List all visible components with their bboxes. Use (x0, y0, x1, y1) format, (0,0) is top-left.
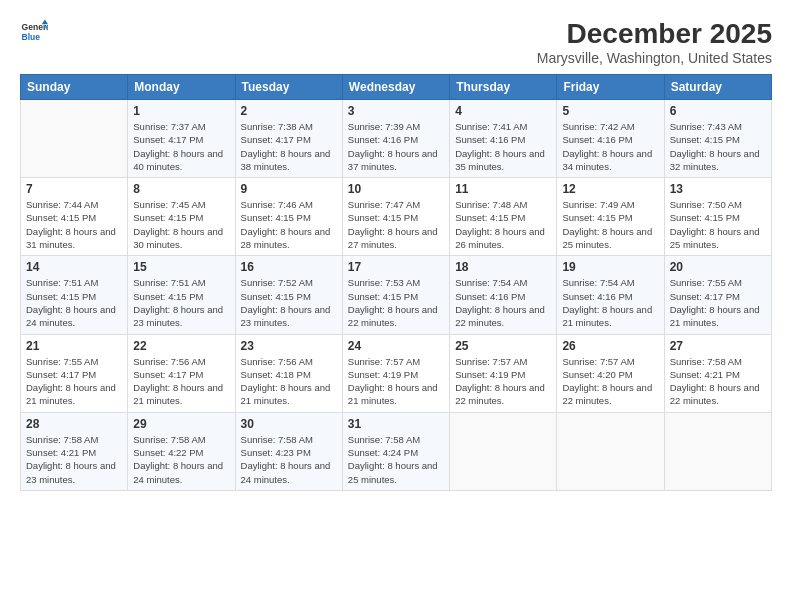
calendar-table: Sunday Monday Tuesday Wednesday Thursday… (20, 74, 772, 491)
logo-icon: General Blue (20, 18, 48, 46)
cell-w3-d3: 17Sunrise: 7:53 AMSunset: 4:15 PMDayligh… (342, 256, 449, 334)
col-thursday: Thursday (450, 75, 557, 100)
cell-w2-d4: 11Sunrise: 7:48 AMSunset: 4:15 PMDayligh… (450, 178, 557, 256)
day-number: 18 (455, 260, 551, 274)
day-info: Sunrise: 7:56 AMSunset: 4:18 PMDaylight:… (241, 355, 337, 408)
day-number: 20 (670, 260, 766, 274)
cell-w4-d5: 26Sunrise: 7:57 AMSunset: 4:20 PMDayligh… (557, 334, 664, 412)
day-info: Sunrise: 7:51 AMSunset: 4:15 PMDaylight:… (133, 276, 229, 329)
day-number: 7 (26, 182, 122, 196)
day-number: 26 (562, 339, 658, 353)
day-info: Sunrise: 7:54 AMSunset: 4:16 PMDaylight:… (562, 276, 658, 329)
day-info: Sunrise: 7:54 AMSunset: 4:16 PMDaylight:… (455, 276, 551, 329)
day-info: Sunrise: 7:45 AMSunset: 4:15 PMDaylight:… (133, 198, 229, 251)
cell-w5-d5 (557, 412, 664, 490)
day-info: Sunrise: 7:42 AMSunset: 4:16 PMDaylight:… (562, 120, 658, 173)
day-info: Sunrise: 7:44 AMSunset: 4:15 PMDaylight:… (26, 198, 122, 251)
day-info: Sunrise: 7:52 AMSunset: 4:15 PMDaylight:… (241, 276, 337, 329)
day-number: 8 (133, 182, 229, 196)
cell-w5-d0: 28Sunrise: 7:58 AMSunset: 4:21 PMDayligh… (21, 412, 128, 490)
col-wednesday: Wednesday (342, 75, 449, 100)
day-number: 6 (670, 104, 766, 118)
week-row-4: 21Sunrise: 7:55 AMSunset: 4:17 PMDayligh… (21, 334, 772, 412)
day-number: 2 (241, 104, 337, 118)
cell-w3-d0: 14Sunrise: 7:51 AMSunset: 4:15 PMDayligh… (21, 256, 128, 334)
cell-w2-d6: 13Sunrise: 7:50 AMSunset: 4:15 PMDayligh… (664, 178, 771, 256)
day-number: 21 (26, 339, 122, 353)
day-info: Sunrise: 7:46 AMSunset: 4:15 PMDaylight:… (241, 198, 337, 251)
day-info: Sunrise: 7:49 AMSunset: 4:15 PMDaylight:… (562, 198, 658, 251)
day-number: 25 (455, 339, 551, 353)
day-number: 27 (670, 339, 766, 353)
cell-w1-d1: 1Sunrise: 7:37 AMSunset: 4:17 PMDaylight… (128, 100, 235, 178)
title-block: December 2025 Marysville, Washington, Un… (537, 18, 772, 66)
day-info: Sunrise: 7:37 AMSunset: 4:17 PMDaylight:… (133, 120, 229, 173)
cell-w4-d4: 25Sunrise: 7:57 AMSunset: 4:19 PMDayligh… (450, 334, 557, 412)
day-number: 31 (348, 417, 444, 431)
week-row-5: 28Sunrise: 7:58 AMSunset: 4:21 PMDayligh… (21, 412, 772, 490)
day-number: 22 (133, 339, 229, 353)
day-number: 10 (348, 182, 444, 196)
svg-text:Blue: Blue (22, 32, 41, 42)
cell-w2-d2: 9Sunrise: 7:46 AMSunset: 4:15 PMDaylight… (235, 178, 342, 256)
day-info: Sunrise: 7:43 AMSunset: 4:15 PMDaylight:… (670, 120, 766, 173)
week-row-2: 7Sunrise: 7:44 AMSunset: 4:15 PMDaylight… (21, 178, 772, 256)
day-info: Sunrise: 7:57 AMSunset: 4:19 PMDaylight:… (348, 355, 444, 408)
cell-w2-d5: 12Sunrise: 7:49 AMSunset: 4:15 PMDayligh… (557, 178, 664, 256)
cell-w1-d2: 2Sunrise: 7:38 AMSunset: 4:17 PMDaylight… (235, 100, 342, 178)
cell-w4-d6: 27Sunrise: 7:58 AMSunset: 4:21 PMDayligh… (664, 334, 771, 412)
day-info: Sunrise: 7:56 AMSunset: 4:17 PMDaylight:… (133, 355, 229, 408)
cell-w3-d4: 18Sunrise: 7:54 AMSunset: 4:16 PMDayligh… (450, 256, 557, 334)
day-number: 23 (241, 339, 337, 353)
day-number: 16 (241, 260, 337, 274)
day-info: Sunrise: 7:38 AMSunset: 4:17 PMDaylight:… (241, 120, 337, 173)
day-info: Sunrise: 7:57 AMSunset: 4:20 PMDaylight:… (562, 355, 658, 408)
col-friday: Friday (557, 75, 664, 100)
cell-w1-d4: 4Sunrise: 7:41 AMSunset: 4:16 PMDaylight… (450, 100, 557, 178)
day-number: 15 (133, 260, 229, 274)
cell-w5-d2: 30Sunrise: 7:58 AMSunset: 4:23 PMDayligh… (235, 412, 342, 490)
day-info: Sunrise: 7:48 AMSunset: 4:15 PMDaylight:… (455, 198, 551, 251)
day-info: Sunrise: 7:55 AMSunset: 4:17 PMDaylight:… (26, 355, 122, 408)
cell-w4-d0: 21Sunrise: 7:55 AMSunset: 4:17 PMDayligh… (21, 334, 128, 412)
day-number: 11 (455, 182, 551, 196)
col-tuesday: Tuesday (235, 75, 342, 100)
week-row-3: 14Sunrise: 7:51 AMSunset: 4:15 PMDayligh… (21, 256, 772, 334)
day-info: Sunrise: 7:50 AMSunset: 4:15 PMDaylight:… (670, 198, 766, 251)
cell-w3-d6: 20Sunrise: 7:55 AMSunset: 4:17 PMDayligh… (664, 256, 771, 334)
logo: General Blue (20, 18, 48, 46)
day-info: Sunrise: 7:53 AMSunset: 4:15 PMDaylight:… (348, 276, 444, 329)
cell-w4-d1: 22Sunrise: 7:56 AMSunset: 4:17 PMDayligh… (128, 334, 235, 412)
day-info: Sunrise: 7:39 AMSunset: 4:16 PMDaylight:… (348, 120, 444, 173)
col-saturday: Saturday (664, 75, 771, 100)
col-sunday: Sunday (21, 75, 128, 100)
cell-w4-d3: 24Sunrise: 7:57 AMSunset: 4:19 PMDayligh… (342, 334, 449, 412)
day-number: 24 (348, 339, 444, 353)
cell-w3-d5: 19Sunrise: 7:54 AMSunset: 4:16 PMDayligh… (557, 256, 664, 334)
cell-w5-d4 (450, 412, 557, 490)
day-info: Sunrise: 7:55 AMSunset: 4:17 PMDaylight:… (670, 276, 766, 329)
day-number: 29 (133, 417, 229, 431)
week-row-1: 1Sunrise: 7:37 AMSunset: 4:17 PMDaylight… (21, 100, 772, 178)
page: General Blue December 2025 Marysville, W… (0, 0, 792, 612)
cell-w4-d2: 23Sunrise: 7:56 AMSunset: 4:18 PMDayligh… (235, 334, 342, 412)
day-number: 12 (562, 182, 658, 196)
cell-w1-d3: 3Sunrise: 7:39 AMSunset: 4:16 PMDaylight… (342, 100, 449, 178)
day-number: 19 (562, 260, 658, 274)
header: General Blue December 2025 Marysville, W… (20, 18, 772, 66)
cell-w1-d5: 5Sunrise: 7:42 AMSunset: 4:16 PMDaylight… (557, 100, 664, 178)
day-info: Sunrise: 7:58 AMSunset: 4:21 PMDaylight:… (26, 433, 122, 486)
day-number: 30 (241, 417, 337, 431)
subtitle: Marysville, Washington, United States (537, 50, 772, 66)
day-number: 5 (562, 104, 658, 118)
col-monday: Monday (128, 75, 235, 100)
calendar-header-row: Sunday Monday Tuesday Wednesday Thursday… (21, 75, 772, 100)
day-info: Sunrise: 7:41 AMSunset: 4:16 PMDaylight:… (455, 120, 551, 173)
day-info: Sunrise: 7:57 AMSunset: 4:19 PMDaylight:… (455, 355, 551, 408)
day-number: 3 (348, 104, 444, 118)
day-number: 1 (133, 104, 229, 118)
cell-w5-d3: 31Sunrise: 7:58 AMSunset: 4:24 PMDayligh… (342, 412, 449, 490)
day-number: 17 (348, 260, 444, 274)
cell-w5-d1: 29Sunrise: 7:58 AMSunset: 4:22 PMDayligh… (128, 412, 235, 490)
day-number: 13 (670, 182, 766, 196)
